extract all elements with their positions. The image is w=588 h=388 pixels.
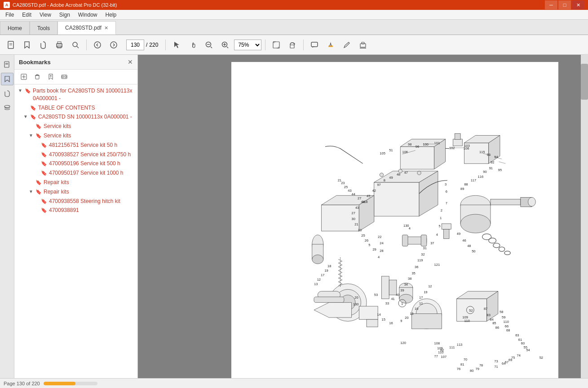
attach-button[interactable] [36, 38, 50, 52]
svg-text:59: 59 [502, 315, 505, 319]
menu-view[interactable]: View [36, 11, 55, 19]
next-page-button[interactable] [106, 38, 121, 52]
bookmark-icon: 🔖 [41, 207, 47, 214]
bookmark-icon: 🔖 [41, 198, 47, 205]
new-bookmark-button[interactable] [45, 71, 57, 82]
zoom-in-button[interactable] [218, 38, 232, 52]
close-button[interactable]: ✕ [572, 0, 584, 9]
tab-close-icon[interactable]: ✕ [104, 25, 108, 31]
panel-icon-page[interactable] [1, 58, 13, 71]
svg-text:34: 34 [404, 282, 408, 287]
svg-rect-22 [311, 42, 318, 47]
bookmark-repair-kits-1[interactable]: ▶ 🔖 Repair kits [14, 178, 137, 187]
bookmark-4700938527[interactable]: ▶ 🔖 4700938527 Service kit 250/750 h [14, 150, 137, 159]
tab-bar: Home Tools CA280STD.pdf ✕ [0, 20, 588, 35]
svg-point-10 [111, 42, 117, 48]
highlight-button[interactable] [323, 38, 338, 52]
svg-text:73: 73 [495, 359, 498, 363]
bookmark-button[interactable] [20, 38, 34, 52]
tab-tools[interactable]: Tools [30, 21, 57, 35]
bookmark-4700950196[interactable]: ▶ 🔖 4700950196 Service kit 500 h [14, 159, 137, 168]
menu-sign[interactable]: Sign [56, 11, 74, 19]
close-panel-button[interactable]: ✕ [128, 58, 133, 66]
bookmark-root[interactable]: ▼ 🔖 Parts book for CA280STD SN 10000113x… [14, 86, 137, 103]
menu-file[interactable]: File [2, 11, 18, 19]
prev-page-button[interactable] [90, 38, 105, 52]
comment-button[interactable] [307, 38, 322, 52]
bookmark-text: Repair kits [44, 188, 69, 196]
minimize-button[interactable]: ─ [545, 0, 557, 9]
stamp-button[interactable] [356, 38, 370, 52]
panel-icon-bookmark[interactable] [1, 73, 13, 85]
svg-text:49: 49 [457, 232, 460, 236]
menu-help[interactable]: Help [102, 11, 120, 19]
new-document-button[interactable] [4, 38, 18, 52]
svg-text:30: 30 [352, 217, 355, 221]
bookmark-repair-kits-2[interactable]: ▼ 🔖 Repair kits [14, 187, 137, 197]
fit-page-button[interactable] [269, 38, 283, 52]
svg-rect-52 [491, 199, 521, 205]
print-button[interactable] [52, 38, 66, 52]
svg-text:97: 97 [377, 183, 381, 187]
panel-icon-attach[interactable] [1, 87, 13, 100]
expand-all-button[interactable] [18, 71, 30, 82]
bookmark-service-kits-1[interactable]: ▶ 🔖 Service kits [14, 122, 137, 131]
cursor-tool-button[interactable] [169, 38, 184, 52]
bookmark-4700950197[interactable]: ▶ 🔖 4700950197 Service kit 1000 h [14, 168, 137, 178]
svg-text:29: 29 [373, 247, 376, 251]
bookmark-service-kits-2[interactable]: ▼ 🔖 Service kits [14, 131, 137, 141]
delete-bookmark-button[interactable] [31, 71, 43, 82]
svg-text:3: 3 [445, 182, 447, 186]
window-title: CA280STD.pdf - Adobe Acrobat Pro DC (32-… [13, 2, 117, 8]
svg-text:28: 28 [380, 249, 384, 253]
zoom-out-button[interactable] [202, 38, 216, 52]
pdf-content-area[interactable]: 102 103 101 100 96 98 51 105 106 106 115… [138, 55, 588, 388]
svg-text:58: 58 [500, 310, 503, 314]
page-navigation: 130 / 220 [126, 40, 158, 50]
svg-text:113: 113 [457, 343, 463, 347]
svg-rect-25 [362, 42, 364, 44]
page-number-input[interactable]: 130 [126, 40, 144, 50]
svg-text:96: 96 [416, 145, 419, 149]
svg-text:25: 25 [344, 185, 348, 189]
tab-home[interactable]: Home [0, 21, 30, 35]
rotate-button[interactable] [285, 38, 300, 52]
maximize-button[interactable]: □ [558, 0, 571, 9]
svg-text:120: 120 [401, 341, 407, 345]
svg-text:15: 15 [382, 317, 385, 322]
svg-text:63: 63 [516, 333, 519, 337]
svg-text:4: 4 [378, 255, 380, 259]
menu-edit[interactable]: Edit [18, 11, 35, 19]
svg-text:1: 1 [440, 216, 442, 220]
bookmark-4700938558[interactable]: ▶ 🔖 4700938558 Steering hitch kit [14, 197, 137, 206]
menu-window[interactable]: Window [75, 11, 101, 19]
svg-rect-42 [231, 88, 558, 359]
scrollbar-track[interactable] [581, 55, 588, 388]
status-text: Page 130 of 220 [4, 381, 40, 386]
toolbar-separator-3 [265, 40, 265, 50]
link-bookmark-button[interactable] [58, 71, 70, 82]
svg-text:46: 46 [463, 238, 466, 242]
bookmarks-toolbar [14, 70, 137, 84]
tab-document[interactable]: CA280STD.pdf ✕ [57, 21, 116, 35]
svg-text:13: 13 [410, 312, 414, 316]
scrollbar-thumb[interactable] [581, 64, 588, 100]
bookmark-4812156751[interactable]: ▶ 🔖 4812156751 Service kit 50 h [14, 141, 137, 150]
svg-text:53: 53 [374, 293, 378, 297]
svg-text:118: 118 [362, 200, 368, 204]
svg-text:52: 52 [469, 309, 473, 313]
bookmark-4700938891[interactable]: ▶ 🔖 4700938891 [14, 206, 137, 215]
bookmark-sn[interactable]: ▼ 🔖 CA280STD SN 10000113x 0A000001 - [14, 112, 137, 122]
panel-icon-layers[interactable] [1, 101, 13, 114]
bookmark-icon: 🔖 [41, 170, 47, 176]
expand-icon: ▼ [23, 114, 29, 120]
bookmark-toc[interactable]: ▶ 🔖 TABLE OF CONTENTS [14, 103, 137, 113]
svg-text:21: 21 [338, 178, 341, 182]
zoom-select[interactable]: 75% 50% 100% 125% 150% [234, 40, 261, 50]
svg-text:37: 37 [431, 241, 434, 245]
find-button[interactable] [68, 38, 83, 52]
hand-tool-button[interactable] [186, 38, 200, 52]
svg-text:32: 32 [421, 252, 425, 256]
annotate-button[interactable] [340, 38, 354, 52]
svg-rect-85 [382, 276, 389, 299]
